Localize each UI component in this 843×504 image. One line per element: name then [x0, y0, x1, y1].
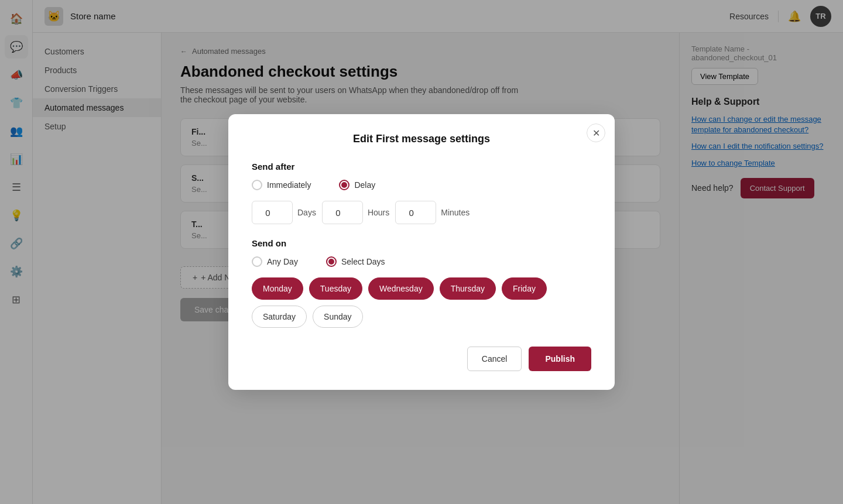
send-after-options: Immediately Delay: [252, 180, 591, 190]
modal-title: Edit First message settings: [252, 133, 591, 145]
day-wednesday[interactable]: Wednesday: [368, 277, 434, 300]
days-unit-label: Days: [297, 208, 316, 217]
days-input-group: Days: [252, 201, 316, 224]
delay-inputs: Days Hours Minutes: [252, 201, 591, 224]
day-thursday[interactable]: Thursday: [440, 277, 496, 300]
delay-option[interactable]: Delay: [339, 180, 375, 190]
modal-overlay[interactable]: ✕ Edit First message settings Send after…: [0, 0, 843, 504]
any-day-radio[interactable]: [252, 256, 262, 267]
select-days-radio[interactable]: [326, 256, 337, 267]
send-on-label: Send on: [252, 238, 591, 248]
day-friday[interactable]: Friday: [502, 277, 547, 300]
minutes-unit-label: Minutes: [441, 208, 470, 217]
modal-close-button[interactable]: ✕: [587, 124, 605, 142]
modal-footer: Cancel Publish: [252, 347, 591, 371]
days-input[interactable]: [252, 201, 293, 224]
immediately-radio[interactable]: [252, 180, 262, 190]
publish-button[interactable]: Publish: [529, 347, 591, 371]
hours-input[interactable]: [322, 201, 363, 224]
days-row: Monday Tuesday Wednesday Thursday Friday…: [252, 277, 591, 328]
day-saturday[interactable]: Saturday: [252, 306, 307, 328]
delay-radio[interactable]: [339, 180, 349, 190]
day-sunday[interactable]: Sunday: [313, 306, 362, 328]
day-tuesday[interactable]: Tuesday: [309, 277, 362, 300]
hours-unit-label: Hours: [368, 208, 389, 217]
edit-message-modal: ✕ Edit First message settings Send after…: [228, 114, 615, 390]
immediately-option[interactable]: Immediately: [252, 180, 311, 190]
day-monday[interactable]: Monday: [252, 277, 303, 300]
select-days-option[interactable]: Select Days: [326, 256, 385, 267]
any-day-option[interactable]: Any Day: [252, 256, 298, 267]
minutes-input-group: Minutes: [395, 201, 470, 224]
hours-input-group: Hours: [322, 201, 389, 224]
send-after-label: Send after: [252, 162, 591, 172]
minutes-input[interactable]: [395, 201, 436, 224]
cancel-button[interactable]: Cancel: [467, 347, 522, 371]
send-on-options: Any Day Select Days: [252, 256, 591, 267]
